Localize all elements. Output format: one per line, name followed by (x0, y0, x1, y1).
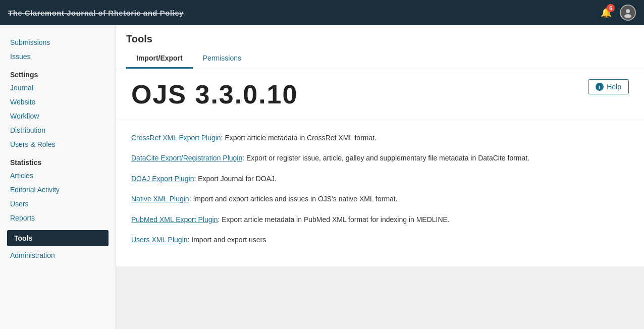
tools-header: Tools Import/Export Permissions (116, 25, 644, 69)
tab-import-export[interactable]: Import/Export (126, 50, 193, 69)
statistics-section-label: Statistics (0, 151, 116, 169)
plugin-item-doaj: DOAJ Export Plugin: Export Journal for D… (131, 173, 629, 184)
doaj-plugin-desc: : Export Journal for DOAJ. (194, 175, 277, 183)
sidebar-item-users[interactable]: Users (0, 197, 116, 211)
doaj-plugin-link[interactable]: DOAJ Export Plugin (131, 175, 194, 183)
sidebar-item-editorial-activity[interactable]: Editorial Activity (0, 183, 116, 197)
main-content: Tools Import/Export Permissions OJS 3.3.… (116, 25, 644, 329)
plugin-item-users-xml: Users XML Plugin: Import and export user… (131, 234, 629, 245)
sidebar-item-administration[interactable]: Administration (0, 248, 116, 262)
sidebar-item-articles[interactable]: Articles (0, 169, 116, 183)
tabs: Import/Export Permissions (126, 50, 634, 69)
datacite-plugin-desc: : Export or register issue, article, gal… (242, 154, 529, 162)
plugin-item-datacite: DataCite Export/Registration Plugin: Exp… (131, 152, 629, 163)
topbar: The Claremont Journal of Rhetoric and Po… (0, 0, 644, 25)
content-top: OJS 3.3.0.10 i Help (116, 69, 644, 120)
plugin-item-pubmed: PubMed XML Export Plugin: Export article… (131, 214, 629, 225)
ojs-version: OJS 3.3.0.10 (131, 79, 298, 109)
sidebar-item-workflow[interactable]: Workflow (0, 109, 116, 123)
sidebar-item-submissions[interactable]: Submissions (0, 35, 116, 49)
svg-point-1 (624, 14, 631, 18)
help-button[interactable]: i Help (588, 79, 629, 94)
notification-bell[interactable]: 🔔 6 (601, 7, 612, 18)
tools-title: Tools (126, 33, 634, 45)
layout: Submissions Issues Settings Journal Webs… (0, 25, 644, 329)
crossref-plugin-link[interactable]: CrossRef XML Export Plugin (131, 134, 221, 142)
plugin-area: CrossRef XML Export Plugin: Export artic… (116, 120, 644, 266)
plugin-item-native-xml: Native XML Plugin: Import and export art… (131, 193, 629, 204)
tab-permissions[interactable]: Permissions (193, 50, 251, 69)
datacite-plugin-link[interactable]: DataCite Export/Registration Plugin (131, 154, 242, 162)
sidebar: Submissions Issues Settings Journal Webs… (0, 25, 116, 329)
users-xml-plugin-link[interactable]: Users XML Plugin (131, 236, 188, 244)
native-xml-plugin-desc: : Import and export articles and issues … (189, 195, 398, 203)
plugin-item-crossref: CrossRef XML Export Plugin: Export artic… (131, 132, 629, 143)
sidebar-item-journal[interactable]: Journal (0, 81, 116, 95)
user-avatar[interactable] (620, 5, 636, 21)
notification-badge: 6 (607, 4, 615, 12)
sidebar-item-website[interactable]: Website (0, 95, 116, 109)
topbar-right: 🔔 6 (601, 5, 636, 21)
users-xml-plugin-desc: : Import and export users (188, 236, 266, 244)
tools-button[interactable]: Tools (7, 230, 109, 246)
sidebar-item-reports[interactable]: Reports (0, 211, 116, 225)
pubmed-plugin-link[interactable]: PubMed XML Export Plugin (131, 215, 218, 224)
svg-point-0 (626, 9, 630, 13)
sidebar-item-distribution[interactable]: Distribution (0, 123, 116, 137)
settings-section-label: Settings (0, 64, 116, 81)
native-xml-plugin-link[interactable]: Native XML Plugin (131, 195, 189, 203)
sidebar-item-users-roles[interactable]: Users & Roles (0, 137, 116, 151)
crossref-plugin-desc: : Export article metadata in CrossRef XM… (221, 134, 377, 142)
site-title: The Claremont Journal of Rhetoric and Po… (8, 9, 184, 17)
pubmed-plugin-desc: : Export article metadata in PubMed XML … (218, 215, 449, 224)
help-icon: i (596, 83, 604, 91)
sidebar-item-issues[interactable]: Issues (0, 49, 116, 64)
help-label: Help (607, 83, 621, 91)
